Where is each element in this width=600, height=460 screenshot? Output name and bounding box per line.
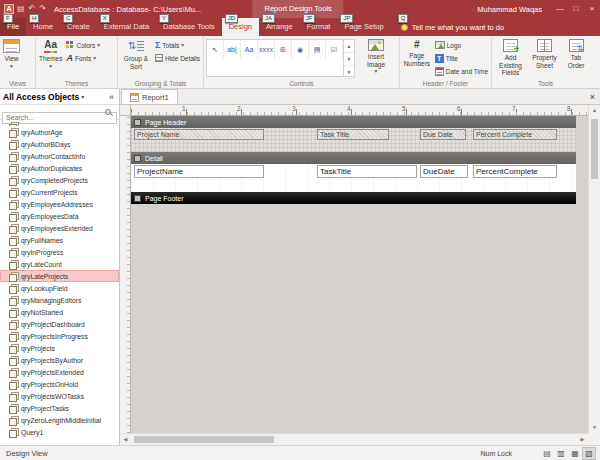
nav-item[interactable]: qryZeroLengthMiddleInitial <box>0 414 119 426</box>
redo-icon[interactable]: ↷ <box>39 0 46 18</box>
page-footer-bar[interactable]: Page Footer <box>131 192 576 204</box>
document-tab-report1[interactable]: Report1 <box>121 89 178 104</box>
header-label-control[interactable]: Task Title <box>317 129 389 140</box>
header-label-control[interactable]: Project Name <box>134 129 264 140</box>
design-view-button[interactable]: ▧ <box>582 447 596 460</box>
text-box-icon[interactable]: ab| <box>224 40 241 59</box>
gallery-scroll-up-icon[interactable]: ▲ <box>344 40 354 53</box>
group-and-sort-button[interactable]: Group & Sort <box>119 38 153 71</box>
ribbon-tab[interactable]: Y Database Tools <box>156 18 222 36</box>
page-header-section[interactable]: Project NameTask TitleDue DatePercent Co… <box>131 128 576 152</box>
nav-item[interactable]: qryFullNames <box>0 234 119 246</box>
add-existing-fields-button[interactable]: Add Existing Fields <box>493 38 528 78</box>
close-button[interactable]: × <box>584 0 600 18</box>
ribbon-tab[interactable]: JF Format <box>300 18 338 36</box>
ribbon-tab[interactable]: H Home <box>26 18 60 36</box>
hide-details-button[interactable]: Hide Details <box>153 52 202 64</box>
gallery-scrollbar[interactable]: ▲ ▼ ▼ <box>343 40 354 76</box>
title-button[interactable]: Title <box>433 52 490 64</box>
nav-item[interactable]: qryProjectsInProgress <box>0 330 119 342</box>
nav-item[interactable]: qryLookupField <box>0 282 119 294</box>
insert-image-button[interactable]: Insert Image ▾ <box>356 38 396 75</box>
check-box-icon[interactable]: ☑ <box>326 40 343 59</box>
shutter-bar-close-icon[interactable]: « <box>107 92 116 102</box>
themes-button[interactable]: Themes ▾ <box>37 38 64 70</box>
horizontal-ruler[interactable]: 12345678 <box>131 105 588 116</box>
scroll-down-icon[interactable]: ▼ <box>589 422 600 433</box>
detail-bar[interactable]: Detail <box>131 152 576 164</box>
layout-view-button[interactable]: ▦ <box>568 447 582 460</box>
vertical-scrollbar-thumb[interactable] <box>591 119 598 179</box>
minimize-button[interactable]: — <box>552 0 568 18</box>
date-and-time-button[interactable]: Date and Time <box>433 65 490 77</box>
save-icon[interactable]: ▤ <box>17 0 25 18</box>
scroll-left-icon[interactable]: ◀ <box>120 434 131 445</box>
nav-item[interactable]: qryProjectsWOTasks <box>0 390 119 402</box>
ribbon-tab[interactable]: X External Data <box>97 18 156 36</box>
view-button[interactable]: View ▾ <box>1 38 22 70</box>
scroll-right-icon[interactable]: ▶ <box>577 434 588 445</box>
tab-order-button[interactable]: Tab Order <box>561 38 591 70</box>
vertical-scrollbar[interactable]: ▲ ▼ <box>588 105 600 433</box>
nav-item[interactable]: qryProjects <box>0 342 119 354</box>
colors-button[interactable]: Colors ▾ <box>64 39 102 51</box>
section-selector-icon[interactable] <box>134 119 141 126</box>
nav-item[interactable]: qryProjectsExtended <box>0 366 119 378</box>
nav-item[interactable]: qryCurrentProjects <box>0 186 119 198</box>
nav-item[interactable]: qryNotStarted <box>0 306 119 318</box>
ribbon-tab[interactable]: C Create <box>60 18 97 36</box>
text-box-control[interactable]: ProjectName <box>134 165 264 178</box>
select-pointer-icon[interactable]: ↖ <box>207 40 224 59</box>
header-label-control[interactable]: Percent Complete <box>473 129 557 140</box>
horizontal-scrollbar-thumb[interactable] <box>134 436 274 443</box>
nav-item[interactable]: qryEmployeesExtended <box>0 222 119 234</box>
button-icon[interactable]: xxxx <box>258 40 275 59</box>
fonts-button[interactable]: Fonts ▾ <box>64 52 102 64</box>
text-box-control[interactable]: TaskTitle <box>317 165 417 178</box>
nav-item[interactable]: Query1 <box>0 426 119 438</box>
option-button-icon[interactable]: ◉ <box>292 40 309 59</box>
section-selector-icon[interactable] <box>134 155 141 162</box>
nav-item[interactable]: qryAuthorAge <box>0 126 119 138</box>
totals-button[interactable]: Totals ▾ <box>153 39 202 51</box>
nav-item[interactable]: qryManagingEditors <box>0 294 119 306</box>
tell-me-box[interactable]: Q Tell me what you want to do <box>395 18 511 36</box>
vertical-ruler[interactable] <box>120 116 131 433</box>
nav-item[interactable]: qryCompletedProjects <box>0 174 119 186</box>
gallery-more-icon[interactable]: ▼ <box>344 66 354 79</box>
tab-control-icon[interactable]: ⊞ <box>275 40 292 59</box>
scroll-up-icon[interactable]: ▲ <box>589 105 600 116</box>
nav-item[interactable]: qryProjectsByAuthor <box>0 354 119 366</box>
ribbon-tab[interactable]: JA Arrange <box>259 18 300 36</box>
ribbon-tab[interactable]: JP Page Setup <box>337 18 390 36</box>
nav-item[interactable]: qryLateProjects <box>0 270 119 282</box>
nav-item[interactable]: qryProjectDashboard <box>0 318 119 330</box>
nav-item[interactable]: qryEmployeesData <box>0 210 119 222</box>
gallery-scroll-down-icon[interactable]: ▼ <box>344 53 354 66</box>
header-label-control[interactable]: Due Date <box>420 129 466 140</box>
nav-item[interactable]: qryProjectsOnHold <box>0 378 119 390</box>
label-icon[interactable]: Aa <box>241 40 258 59</box>
nav-item[interactable]: qryProjectTasks <box>0 402 119 414</box>
nav-item[interactable]: qryAuthorBDays <box>0 138 119 150</box>
section-selector-icon[interactable] <box>134 195 141 202</box>
combo-box-icon[interactable]: ▤ <box>309 40 326 59</box>
nav-item[interactable]: qryAuthorDuplicates <box>0 162 119 174</box>
report-view-button[interactable]: ▤ <box>540 447 554 460</box>
text-box-control[interactable]: DueDate <box>420 165 468 178</box>
property-sheet-button[interactable]: Property Sheet <box>528 38 561 70</box>
ribbon-tab[interactable]: JD Design <box>222 18 259 36</box>
print-preview-button[interactable]: ▥ <box>554 447 568 460</box>
text-box-control[interactable]: PercentComplete <box>473 165 557 178</box>
nav-item[interactable]: qryEmployeeAddresses <box>0 198 119 210</box>
nav-item[interactable]: qryInProgress <box>0 246 119 258</box>
nav-item[interactable]: qryLateCount <box>0 258 119 270</box>
ribbon-tab[interactable]: F File <box>0 18 26 36</box>
horizontal-scrollbar[interactable]: ◀ ▶ <box>120 433 588 445</box>
nav-item[interactable]: qryAuthorContactInfo <box>0 150 119 162</box>
logo-button[interactable]: Logo <box>433 39 490 51</box>
maximize-button[interactable]: □ <box>568 0 584 18</box>
nav-pane-header[interactable]: All Access Objects ▾ « <box>0 89 119 105</box>
page-header-bar[interactable]: Page Header <box>131 116 576 128</box>
close-document-icon[interactable]: × <box>585 89 600 104</box>
